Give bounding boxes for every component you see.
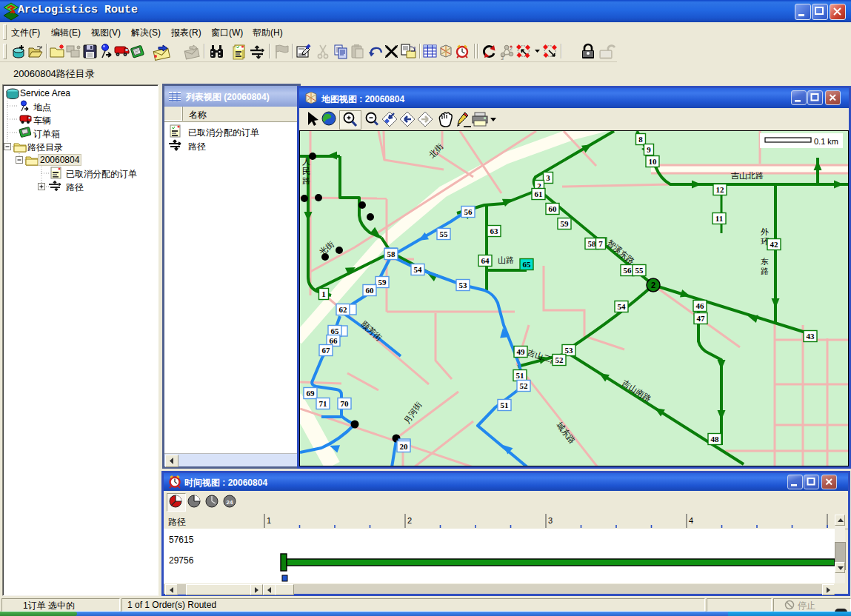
svg-text:4: 4 [689, 516, 693, 525]
svg-text:20: 20 [400, 442, 409, 451]
svg-text:64: 64 [481, 256, 490, 265]
svg-text:48: 48 [711, 435, 720, 443]
svg-text:1: 1 [321, 289, 326, 298]
svg-text:24: 24 [227, 499, 233, 506]
svg-text:城东路: 城东路 [555, 420, 577, 445]
svg-text:2: 2 [407, 516, 412, 525]
svg-text:61: 61 [535, 190, 543, 198]
svg-text:59: 59 [378, 278, 387, 287]
svg-text:58: 58 [588, 239, 597, 248]
svg-text:67: 67 [322, 346, 331, 355]
svg-text:人: 人 [302, 157, 310, 166]
svg-text:1: 1 [267, 516, 271, 525]
svg-text:46: 46 [696, 301, 705, 310]
svg-text:9: 9 [647, 145, 651, 154]
svg-text:51: 51 [501, 401, 509, 409]
svg-text:42: 42 [770, 240, 779, 249]
svg-text:54: 54 [414, 265, 423, 274]
svg-text:54: 54 [618, 302, 627, 311]
svg-text:12: 12 [716, 185, 725, 194]
svg-text:56: 56 [624, 266, 633, 275]
svg-text:智溪东路: 智溪东路 [606, 238, 636, 265]
svg-text:49: 49 [517, 347, 526, 356]
svg-text:东: 东 [761, 257, 769, 266]
svg-text:7: 7 [598, 239, 603, 248]
svg-text:51: 51 [516, 371, 524, 380]
svg-text:颐芳街: 颐芳街 [360, 320, 384, 343]
svg-text:52: 52 [555, 355, 564, 364]
svg-text:8: 8 [638, 135, 643, 144]
svg-text:65: 65 [523, 260, 532, 269]
svg-text:0.1 km: 0.1 km [814, 137, 838, 146]
svg-text:11: 11 [715, 214, 723, 223]
svg-text:山路: 山路 [498, 255, 514, 264]
svg-text:70: 70 [341, 399, 350, 408]
svg-text:3: 3 [548, 516, 553, 525]
svg-text:3: 3 [501, 56, 504, 61]
svg-text:65: 65 [331, 327, 340, 335]
svg-text:民: 民 [302, 167, 310, 175]
svg-text:路: 路 [302, 176, 310, 185]
svg-text:60: 60 [366, 286, 375, 295]
svg-text:69: 69 [307, 389, 316, 398]
svg-text:2: 2 [651, 281, 655, 289]
svg-text:71: 71 [319, 399, 327, 408]
svg-text:63: 63 [490, 227, 499, 235]
svg-text:2: 2 [510, 46, 513, 51]
svg-text:43: 43 [807, 332, 815, 341]
svg-text:59: 59 [561, 219, 570, 228]
svg-text:路: 路 [761, 267, 769, 275]
svg-text:吉山北路: 吉山北路 [730, 171, 764, 180]
svg-text:10: 10 [649, 157, 658, 166]
svg-text:60: 60 [549, 204, 558, 213]
svg-text:58: 58 [387, 250, 396, 258]
svg-text:53: 53 [459, 281, 468, 289]
svg-text:62: 62 [339, 305, 348, 314]
svg-text:55: 55 [635, 266, 644, 275]
svg-text:66: 66 [330, 336, 338, 345]
svg-text:53: 53 [565, 346, 574, 355]
svg-text:3: 3 [546, 173, 550, 182]
svg-text:外: 外 [761, 227, 769, 236]
svg-text:56: 56 [464, 207, 473, 216]
svg-text:55: 55 [440, 230, 449, 238]
svg-text:52: 52 [520, 381, 529, 390]
svg-text:47: 47 [697, 314, 706, 323]
